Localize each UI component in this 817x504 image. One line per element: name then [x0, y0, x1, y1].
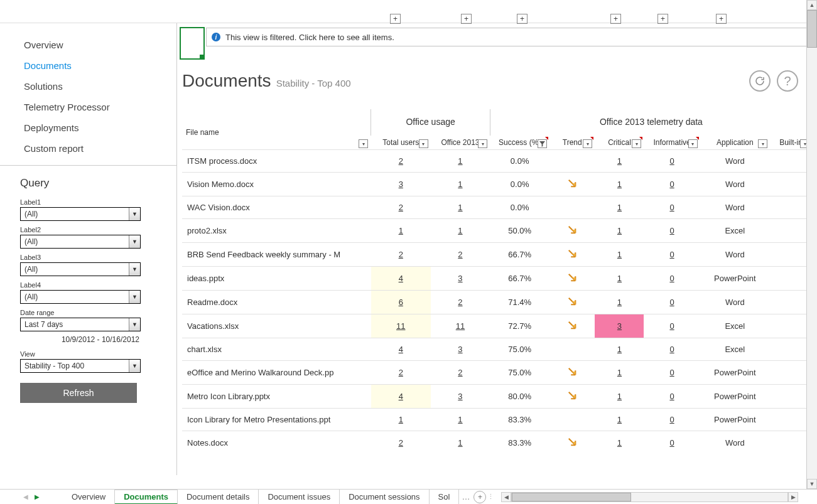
chevron-down-icon[interactable]: ▼	[129, 263, 140, 276]
cell-total[interactable]: 4	[371, 267, 431, 291]
vertical-scrollbar[interactable]: ▲ ▼	[806, 0, 817, 489]
cell-file[interactable]: WAC Vision.docx	[182, 196, 371, 219]
cell-critical[interactable]: 3	[595, 314, 644, 338]
cell-informative[interactable]: 0	[644, 173, 700, 196]
cell-total[interactable]: 2	[371, 431, 431, 455]
cell-file[interactable]: Notes.docx	[182, 431, 371, 455]
cell-total[interactable]: 6	[371, 291, 431, 314]
cell-critical[interactable]: 1	[595, 361, 644, 385]
ribbon-plus[interactable]: +	[610, 14, 621, 24]
cell-informative[interactable]: 0	[644, 219, 700, 243]
tabs-nav[interactable]: ◀ ▶	[0, 490, 63, 504]
cell-total[interactable]: 2	[371, 150, 431, 173]
col-builtin[interactable]: Built-in	[770, 136, 812, 150]
add-tab-button[interactable]: +	[473, 491, 486, 503]
cell-o2013[interactable]: 2	[431, 243, 490, 267]
cell-file[interactable]: Metro Icon Library.pptx	[182, 385, 371, 409]
cell-critical[interactable]: 1	[595, 196, 644, 219]
cell-file[interactable]: Vision Memo.docx	[182, 173, 371, 196]
chevron-down-icon[interactable]: ▼	[129, 208, 140, 220]
tab-document-sessions[interactable]: Document sessions	[340, 490, 429, 504]
cell-o2013[interactable]: 1	[431, 431, 490, 455]
cell-critical[interactable]: 1	[595, 150, 644, 173]
filter-icon[interactable]	[758, 139, 767, 148]
tab-document-details[interactable]: Document details	[178, 490, 259, 504]
cell-file[interactable]: proto2.xlsx	[182, 219, 371, 243]
cell-file[interactable]: Readme.docx	[182, 291, 371, 314]
col-file-name[interactable]: File name	[182, 109, 371, 150]
cell-total[interactable]: 11	[371, 314, 431, 338]
cell-informative[interactable]: 0	[644, 361, 700, 385]
chevron-down-icon[interactable]: ▼	[129, 235, 140, 248]
filter-icon[interactable]	[478, 139, 487, 148]
cell-o2013[interactable]: 3	[431, 267, 490, 291]
cell-total[interactable]: 2	[371, 361, 431, 385]
ribbon-plus[interactable]: +	[716, 14, 727, 24]
excel-cell-selector[interactable]	[180, 27, 205, 60]
cell-informative[interactable]: 0	[644, 150, 700, 173]
ribbon-plus[interactable]: +	[657, 14, 668, 24]
cell-o2013[interactable]: 2	[431, 291, 490, 314]
cell-critical[interactable]: 1	[595, 409, 644, 431]
cell-critical[interactable]: 1	[595, 291, 644, 314]
sidebar-item-telemetry-processor[interactable]: Telemetry Processor	[0, 97, 176, 117]
scroll-thumb[interactable]	[512, 493, 631, 501]
refresh-icon-button[interactable]	[749, 70, 771, 92]
tab-prev-icon[interactable]: ◀	[23, 493, 28, 500]
tabs-ellipsis[interactable]: …	[462, 492, 470, 501]
cell-informative[interactable]: 0	[644, 243, 700, 267]
cell-o2013[interactable]: 1	[431, 409, 490, 431]
tab-documents[interactable]: Documents	[115, 490, 178, 504]
cell-total[interactable]: 4	[371, 338, 431, 361]
scroll-down-icon[interactable]: ▼	[807, 479, 817, 489]
refresh-button[interactable]: Refresh	[20, 383, 137, 403]
cell-informative[interactable]: 0	[644, 196, 700, 219]
col-application[interactable]: Application	[700, 136, 770, 150]
filter-icon[interactable]	[359, 139, 368, 148]
cell-total[interactable]: 1	[371, 409, 431, 431]
scroll-up-icon[interactable]: ▲	[807, 0, 817, 10]
cell-total[interactable]: 4	[371, 385, 431, 409]
ribbon-plus[interactable]: +	[390, 14, 401, 24]
cell-critical[interactable]: 1	[595, 243, 644, 267]
chevron-down-icon[interactable]: ▼	[129, 318, 140, 331]
cell-informative[interactable]: 0	[644, 338, 700, 361]
tab-sol[interactable]: Sol	[430, 490, 460, 504]
scroll-track[interactable]	[511, 492, 788, 502]
tab-next-icon[interactable]: ▶	[35, 493, 40, 500]
sidebar-item-documents[interactable]: Documents	[0, 55, 176, 76]
col-trend[interactable]: Trend	[549, 136, 595, 150]
horizontal-scrollbar[interactable]: ◀ ▶	[501, 491, 798, 503]
help-icon-button[interactable]: ?	[777, 70, 798, 92]
ribbon-plus[interactable]: +	[461, 14, 472, 24]
col-total-users[interactable]: Total users	[371, 136, 431, 150]
cell-file[interactable]: ITSM process.docx	[182, 150, 371, 173]
sidebar-item-solutions[interactable]: Solutions	[0, 76, 176, 97]
combo-label1[interactable]: (All)▼	[20, 207, 141, 221]
cell-total[interactable]: 2	[371, 196, 431, 219]
tab-overview[interactable]: Overview	[63, 490, 115, 504]
cell-total[interactable]: 1	[371, 219, 431, 243]
cell-informative[interactable]: 0	[644, 267, 700, 291]
cell-informative[interactable]: 0	[644, 431, 700, 455]
cell-informative[interactable]: 0	[644, 385, 700, 409]
cell-file[interactable]: eOffice and Merino Walkaround Deck.pp	[182, 361, 371, 385]
cell-total[interactable]: 2	[371, 243, 431, 267]
combo-label4[interactable]: (All)▼	[20, 290, 141, 304]
scroll-left-icon[interactable]: ◀	[501, 492, 511, 502]
col-informative[interactable]: Informative	[644, 136, 700, 150]
cell-o2013[interactable]: 1	[431, 219, 490, 243]
cell-o2013[interactable]: 1	[431, 196, 490, 219]
combo-label2[interactable]: (All)▼	[20, 235, 141, 249]
sidebar-item-overview[interactable]: Overview	[0, 35, 176, 55]
cell-file[interactable]: Icon Library for Metro Presentations.ppt	[182, 409, 371, 431]
cell-file[interactable]: BRB Send Feedback weekly summary - M	[182, 243, 371, 267]
filter-icon[interactable]	[419, 139, 428, 148]
sidebar-item-custom-report[interactable]: Custom report	[0, 138, 176, 159]
cell-o2013[interactable]: 2	[431, 361, 490, 385]
cell-critical[interactable]: 1	[595, 173, 644, 196]
tab-document-issues[interactable]: Document issues	[259, 490, 340, 504]
filter-icon[interactable]	[688, 139, 698, 148]
cell-informative[interactable]: 0	[644, 291, 700, 314]
combo-view[interactable]: Stability - Top 400▼	[20, 359, 141, 373]
